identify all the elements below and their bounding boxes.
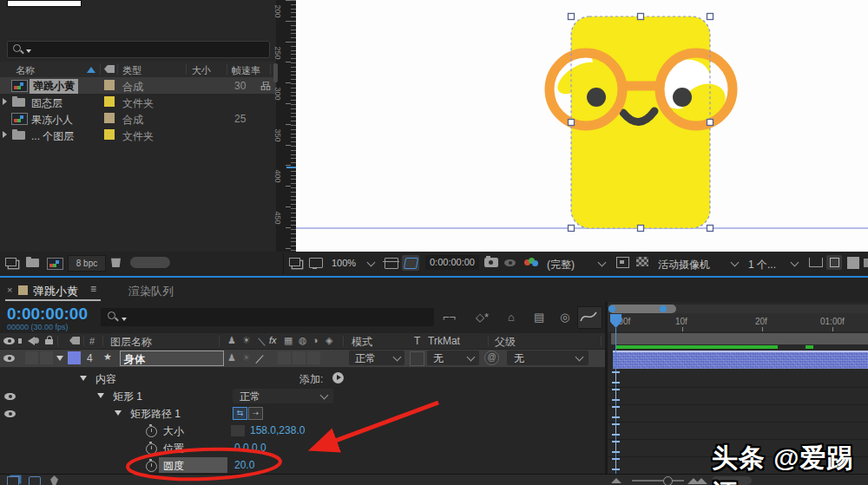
rect-expand-triangle[interactable] [97,393,104,398]
rect-path-eye-icon[interactable] [4,410,16,417]
col-parent[interactable]: 父级 [495,335,516,350]
project-row-name[interactable]: 固态层 [31,96,62,111]
layer-visibility-eye-icon[interactable] [3,355,15,362]
col-layer-name[interactable]: 图层名称 [110,335,152,350]
prop-row-rect[interactable]: 矩形 1 正常 [0,388,608,405]
prop-row-rect-path[interactable]: 矩形路径 1 ⇆ ⇢ [0,405,608,423]
layer-quality-icon[interactable]: ／ [255,352,265,365]
partial-icon[interactable] [864,259,868,267]
zoom-handle-left[interactable] [608,305,615,312]
size-label[interactable]: 大小 [163,424,184,439]
col-type[interactable]: 类型 [122,64,141,77]
frame-blend-toggle-icon[interactable] [7,476,19,485]
project-flowchart-icon[interactable] [5,258,16,266]
path-reverse-icon[interactable]: ⇢ [248,407,263,420]
zoom-chevron-icon[interactable] [367,259,376,267]
label-column-tag-icon[interactable] [104,65,115,73]
time-ruler[interactable]: 0:00f 10f 20f 01:00f [608,313,868,331]
size-stopwatch-icon[interactable] [146,426,157,437]
timeline-search-input[interactable] [101,308,434,326]
layer-switch-cell[interactable] [293,351,306,364]
timeline-zoom-scrollbar[interactable] [608,305,868,313]
solo-cell[interactable] [25,351,38,364]
expand-folder-icon[interactable] [3,98,7,105]
preview-monitor-icon[interactable] [309,258,323,268]
expand-folder-icon[interactable] [3,131,7,138]
path-direction-icon[interactable]: ⇆ [233,407,247,420]
size-constrain-box[interactable] [231,425,245,436]
panel-scroll-handle[interactable] [273,63,278,82]
add-label[interactable]: 添加: [299,372,323,387]
parent-select[interactable]: 无 [507,351,589,365]
timeline-zoom-slider-knob[interactable] [663,476,673,485]
layer-collapse-icon[interactable]: ☀ [242,352,251,364]
col-trkmat[interactable]: TrkMat [428,335,460,347]
label-color-swatch[interactable] [104,129,115,140]
prop-row-position[interactable]: 位置 0.0,0.0 [0,440,608,457]
composition-viewer[interactable] [296,0,868,252]
project-search-input[interactable] [7,41,270,58]
camera-chevron-icon[interactable] [731,259,740,267]
layer-shy-icon[interactable]: ♟ [227,352,236,364]
layer-color-swatch[interactable] [68,351,81,364]
roundness-stopwatch-icon[interactable] [146,461,157,472]
col-fps[interactable]: 帧速率 [232,64,260,77]
view-count-select[interactable]: 1 个... [748,258,776,272]
active-camera-select[interactable]: 活动摄像机 [658,258,710,272]
panel-scrollbar[interactable] [130,257,170,268]
project-row-name[interactable]: 果冻小人 [31,113,73,128]
position-value[interactable]: 0.0,0.0 [234,442,266,454]
add-shape-button[interactable] [332,372,344,383]
bit-depth-button[interactable]: 8 bpc [68,255,106,272]
lock-cell[interactable] [40,351,53,364]
zoom-level-select[interactable]: 100% [332,258,356,268]
label-color-swatch[interactable] [104,113,115,123]
layer-duration-bar[interactable] [613,351,868,369]
rect-label[interactable]: 矩形 1 [113,390,142,404]
graph-editor-button[interactable] [577,306,602,329]
viewer-layout-icon[interactable] [289,258,300,266]
hide-shy-layers-icon[interactable]: ⌂ [508,311,515,324]
search-options-chevron-icon[interactable] [26,49,31,53]
region-of-interest-icon[interactable] [385,258,398,269]
sort-ascending-icon[interactable] [87,67,95,73]
views-chevron-icon[interactable] [791,259,799,267]
snapshot-camera-icon[interactable] [484,258,498,267]
resolution-select[interactable]: (完整) [547,258,575,272]
new-composition-icon[interactable] [47,258,63,270]
col-size[interactable]: 大小 [192,64,211,77]
search-chevron-icon[interactable] [122,318,127,321]
timeline-tab-render-queue[interactable]: 渲染队列 [128,284,174,299]
mask-toggle-button[interactable] [402,255,419,271]
rect-path-expand-triangle[interactable] [115,410,122,416]
timeline-zoom-slider-track[interactable] [632,480,684,482]
project-row-comp-selected[interactable]: 弹跳小黄 合成 30 品 [0,77,276,94]
brush-toggle-icon[interactable] [50,475,58,485]
channel-rgb-icon[interactable] [524,258,538,268]
zoom-handle-right[interactable] [660,305,667,312]
project-row-comp[interactable]: 果冻小人 合成 25 [0,110,276,127]
zoom-out-mountain-icon[interactable] [611,478,621,483]
roundness-label[interactable]: 圆度 [163,459,184,474]
label-color-swatch[interactable] [104,80,115,90]
trkmat-select[interactable]: 无 [427,351,479,365]
prop-row-roundness[interactable]: 圆度 20.0 [0,457,608,475]
position-stopwatch-icon[interactable] [146,443,157,455]
col-name[interactable]: 名称 [16,64,35,77]
resolution-chevron-icon[interactable] [598,259,607,267]
project-row-folder[interactable]: ... 个图层 文件夹 [0,127,276,143]
transparency-grid-icon[interactable] [636,257,648,266]
show-snapshot-eye-icon[interactable] [504,259,516,266]
rect-path-label[interactable]: 矩形路径 1 [130,407,181,422]
layer-switch-cell[interactable] [307,351,320,364]
draft-3d-icon[interactable]: ◇* [476,311,489,324]
rect-blend-mode-select[interactable]: 正常 [233,389,333,403]
viewer-timecode[interactable]: 0:00:00:00 [425,255,479,270]
fast-preview-button[interactable] [826,255,842,270]
position-label[interactable]: 位置 [163,442,184,456]
target-region-icon[interactable] [616,257,629,268]
current-timecode[interactable]: 0:00:00:00 [7,305,88,324]
project-row-name[interactable]: 弹跳小黄 [30,79,78,94]
contents-expand-triangle[interactable] [80,376,87,381]
label-color-swatch[interactable] [104,96,115,107]
